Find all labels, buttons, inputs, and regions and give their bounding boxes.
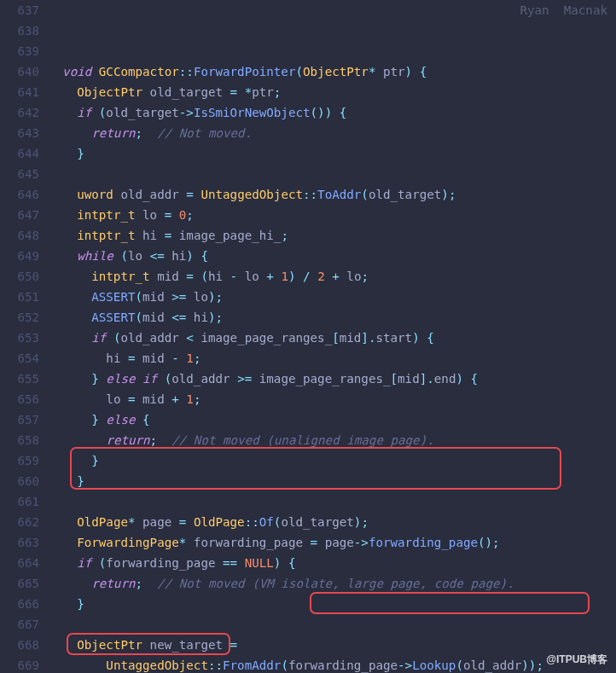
code-token: forwarding_page — [106, 556, 215, 570]
watermark: @ITPUB博客 — [546, 649, 607, 670]
code-line[interactable]: if (forwarding_page == NULL) { — [48, 553, 616, 573]
code-line[interactable]: ASSERT(mid <= hi); — [48, 307, 616, 328]
code-token: while — [77, 249, 113, 263]
line-number: 647 — [0, 205, 39, 225]
code-token: hi — [171, 249, 186, 263]
code-token: lo — [194, 290, 208, 304]
line-number: 646 — [0, 184, 39, 205]
code-token: ) — [208, 290, 216, 304]
line-number: 638 — [0, 20, 39, 41]
code-line[interactable]: uword old_addr = UntaggedObject::ToAddr(… — [48, 184, 616, 205]
line-number: 655 — [0, 368, 39, 389]
code-token — [463, 372, 471, 386]
code-token: + — [332, 270, 340, 283]
code-line[interactable]: } — [48, 143, 616, 164]
code-line[interactable]: } else { — [48, 409, 616, 430]
code-token: } — [91, 413, 99, 426]
code-line[interactable]: } else if (old_addr >= image_page_ranges… — [48, 368, 616, 389]
code-token — [150, 270, 158, 283]
code-token — [48, 536, 77, 549]
code-line[interactable]: ASSERT(mid >= lo); — [48, 287, 616, 307]
code-line[interactable]: while (lo <= hi) { — [48, 246, 616, 266]
code-line[interactable]: } — [48, 594, 616, 614]
code-line[interactable]: UntaggedObject::FromAddr(forwarding_page… — [48, 655, 616, 673]
code-token: image_page_ranges_ — [259, 372, 391, 386]
code-token: ; — [492, 536, 500, 549]
line-number: 656 — [0, 389, 39, 409]
code-line[interactable]: intptr_t hi = image_page_hi_; — [48, 225, 616, 246]
code-token: 1 — [186, 392, 194, 406]
code-token: mid — [398, 372, 420, 386]
code-token — [223, 638, 230, 652]
line-number: 644 — [0, 143, 39, 164]
code-line[interactable]: ObjectPtr old_target = *ptr; — [48, 82, 616, 102]
code-token — [142, 638, 150, 652]
code-token — [317, 536, 325, 549]
line-number: 639 — [0, 41, 39, 61]
line-number: 640 — [0, 61, 39, 82]
code-token: { — [142, 413, 150, 426]
code-token: ) — [485, 536, 493, 549]
code-token: old_target — [106, 106, 178, 119]
code-token: forwarding_page — [194, 536, 303, 549]
code-token — [186, 290, 194, 304]
line-number: 641 — [0, 82, 39, 102]
code-token: FromAddr — [223, 658, 281, 672]
line-number: 658 — [0, 430, 39, 450]
code-token — [157, 229, 165, 242]
code-token — [136, 372, 143, 386]
code-line[interactable] — [48, 614, 616, 635]
code-token: { — [340, 106, 347, 119]
code-token: = — [165, 229, 172, 242]
code-line[interactable]: intptr_t lo = 0; — [48, 205, 616, 225]
code-line[interactable] — [48, 491, 616, 512]
code-token: // Not moved (VM isolate, large page, co… — [157, 577, 514, 590]
code-token — [48, 474, 77, 488]
code-line[interactable]: } — [48, 450, 616, 471]
code-token: ; — [136, 577, 143, 590]
code-token: ; — [136, 126, 143, 140]
code-token: - — [171, 351, 179, 365]
code-token: 1 — [281, 270, 288, 283]
code-token: if — [142, 372, 157, 386]
code-line[interactable]: hi = mid - 1; — [48, 348, 616, 368]
code-token: UntaggedObject — [200, 188, 303, 201]
code-token: = — [186, 270, 194, 283]
code-area[interactable]: Ryan Macnak void GCCompactor::ForwardPoi… — [48, 0, 616, 673]
code-line[interactable]: return; // Not moved. — [48, 123, 616, 143]
code-token: >= — [237, 372, 252, 386]
code-token — [165, 392, 172, 406]
code-token — [48, 372, 91, 386]
code-line[interactable]: ObjectPtr new_target = — [48, 635, 616, 655]
code-token — [48, 638, 77, 652]
code-line[interactable]: intptr_t mid = (hi - lo + 1) / 2 + lo; — [48, 266, 616, 287]
code-line[interactable]: if (old_addr < image_page_ranges_[mid].s… — [48, 328, 616, 348]
code-line[interactable]: } — [48, 471, 616, 491]
code-line[interactable]: if (old_target->IsSmiOrNewObject()) { — [48, 102, 616, 123]
code-token — [48, 556, 77, 570]
code-line[interactable]: OldPage* page = OldPage::Of(old_target); — [48, 512, 616, 532]
code-line[interactable]: ForwardingPage* forwarding_page = page->… — [48, 532, 616, 553]
code-token: { — [200, 249, 208, 263]
line-number: 659 — [0, 450, 39, 471]
code-token: IsSmiOrNewObject — [194, 106, 311, 119]
code-token: else — [106, 372, 135, 386]
line-number: 649 — [0, 246, 39, 266]
code-token: ( — [200, 270, 208, 283]
code-token: [ — [332, 331, 340, 345]
code-line[interactable]: return; // Not moved (VM isolate, large … — [48, 573, 616, 594]
code-token: } — [77, 597, 84, 611]
code-line[interactable]: void GCCompactor::ForwardPointer(ObjectP… — [48, 61, 616, 82]
code-token: hi — [106, 351, 120, 365]
code-token — [165, 351, 172, 365]
code-token — [157, 372, 165, 386]
code-token — [230, 372, 238, 386]
code-token: // Not moved. — [157, 126, 252, 140]
code-token — [186, 310, 194, 324]
code-token: if — [77, 106, 91, 119]
code-line[interactable]: lo = mid + 1; — [48, 389, 616, 409]
code-line[interactable]: return; // Not moved (unaligned image pa… — [48, 430, 616, 450]
code-token — [48, 270, 91, 283]
code-token — [303, 536, 311, 549]
code-line[interactable] — [48, 164, 616, 184]
